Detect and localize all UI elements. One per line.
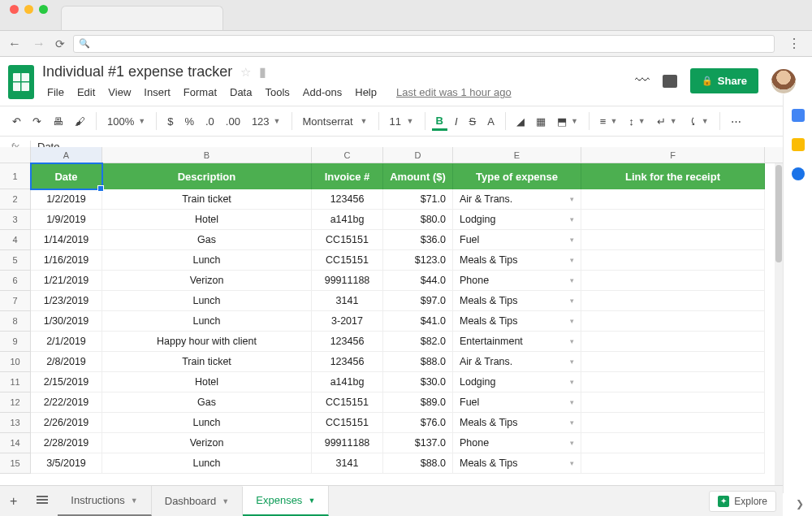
cell-description[interactable]: Gas: [102, 230, 312, 250]
cell-amount[interactable]: $44.0: [383, 271, 453, 291]
cell-amount[interactable]: $123.0: [383, 250, 453, 271]
browser-menu-icon[interactable]: ⋮: [783, 36, 806, 51]
cell-type[interactable]: Meals & Tips: [453, 311, 581, 332]
cell-description[interactable]: Hotel: [102, 210, 312, 230]
cell-description[interactable]: Train ticket: [102, 189, 312, 210]
cell-date[interactable]: 2/26/2019: [31, 413, 102, 433]
cell-description[interactable]: Verizon: [102, 271, 312, 291]
cell-description[interactable]: Lunch: [102, 453, 312, 474]
cell-receipt[interactable]: [581, 413, 765, 433]
select-all-corner[interactable]: [0, 147, 31, 163]
cell-invoice[interactable]: 99911188: [312, 433, 383, 453]
cell-amount[interactable]: $76.0: [383, 413, 453, 433]
reload-icon[interactable]: ⟳: [55, 37, 65, 50]
cell-type[interactable]: Lodging: [453, 372, 581, 392]
cell-date[interactable]: 2/15/2019: [31, 372, 102, 392]
column-header[interactable]: B: [102, 147, 312, 163]
cell-amount[interactable]: $80.0: [383, 210, 453, 230]
cell-description[interactable]: Train ticket: [102, 352, 312, 372]
font-size-dropdown[interactable]: 11▼: [386, 112, 418, 131]
increase-decimal-icon[interactable]: .00: [222, 112, 244, 131]
back-icon[interactable]: ←: [6, 37, 23, 51]
scrollbar-thumb[interactable]: [775, 165, 782, 262]
row-header[interactable]: 11: [0, 372, 31, 392]
cell-receipt[interactable]: [581, 453, 765, 474]
bold-button[interactable]: B: [432, 111, 447, 131]
share-button[interactable]: 🔒 Share: [690, 68, 758, 93]
cell-invoice[interactable]: 3141: [312, 453, 383, 474]
cell-invoice[interactable]: 123456: [312, 189, 383, 210]
cell-date[interactable]: 1/9/2019: [31, 210, 102, 230]
cell-description[interactable]: Lunch: [102, 291, 312, 311]
row-header[interactable]: 5: [0, 250, 31, 271]
cell-date[interactable]: 1/16/2019: [31, 250, 102, 271]
cell-type[interactable]: Meals & Tips: [453, 453, 581, 474]
cell-type[interactable]: Air & Trans.: [453, 352, 581, 372]
menu-edit[interactable]: Edit: [72, 84, 100, 101]
folder-icon[interactable]: ▮: [259, 64, 266, 80]
zoom-dropdown[interactable]: 100%▼: [103, 112, 149, 131]
explore-button[interactable]: ✦ Explore: [709, 491, 776, 512]
cell-invoice[interactable]: 123456: [312, 352, 383, 372]
cell-date[interactable]: 1/30/2019: [31, 311, 102, 332]
cell-description[interactable]: Lunch: [102, 311, 312, 332]
cell-type[interactable]: Meals & Tips: [453, 250, 581, 271]
menu-view[interactable]: View: [103, 84, 136, 101]
tasks-icon[interactable]: [792, 167, 805, 180]
row-header[interactable]: 9: [0, 332, 31, 352]
header-cell-date[interactable]: Date: [31, 163, 102, 189]
cell-type[interactable]: Fuel: [453, 230, 581, 250]
cell-type[interactable]: Meals & Tips: [453, 291, 581, 311]
column-header[interactable]: D: [383, 147, 453, 163]
cell-type[interactable]: Entertainment: [453, 332, 581, 352]
cell-invoice[interactable]: 3141: [312, 291, 383, 311]
cell-amount[interactable]: $89.0: [383, 392, 453, 413]
cell-description[interactable]: Lunch: [102, 413, 312, 433]
cell-date[interactable]: 2/22/2019: [31, 392, 102, 413]
url-input[interactable]: 🔍: [73, 35, 775, 53]
cell-invoice[interactable]: CC15151: [312, 230, 383, 250]
cell-receipt[interactable]: [581, 332, 765, 352]
cell-receipt[interactable]: [581, 189, 765, 210]
menu-format[interactable]: Format: [179, 84, 222, 101]
currency-icon[interactable]: $: [163, 112, 177, 131]
add-sheet-icon[interactable]: +: [0, 494, 27, 509]
cell-date[interactable]: 1/2/2019: [31, 189, 102, 210]
minimize-window-icon[interactable]: [24, 5, 33, 14]
row-header[interactable]: 10: [0, 352, 31, 372]
row-header[interactable]: 14: [0, 433, 31, 453]
menu-file[interactable]: File: [42, 84, 69, 101]
row-header[interactable]: 2: [0, 189, 31, 210]
row-header[interactable]: 4: [0, 230, 31, 250]
header-cell-invoice[interactable]: Invoice #: [312, 163, 383, 189]
cell-description[interactable]: Verizon: [102, 433, 312, 453]
expand-side-panel-icon[interactable]: ❯: [796, 498, 804, 509]
cell-receipt[interactable]: [581, 291, 765, 311]
cell-receipt[interactable]: [581, 271, 765, 291]
vertical-scrollbar[interactable]: [775, 163, 783, 485]
row-header[interactable]: 6: [0, 271, 31, 291]
cell-invoice[interactable]: 123456: [312, 332, 383, 352]
row-header[interactable]: 7: [0, 291, 31, 311]
cell-type[interactable]: Phone: [453, 271, 581, 291]
sheet-tab-dashboard[interactable]: Dashboard▼: [152, 487, 244, 515]
cell-amount[interactable]: $30.0: [383, 372, 453, 392]
cell-receipt[interactable]: [581, 210, 765, 230]
column-header[interactable]: A: [31, 147, 102, 163]
maximize-window-icon[interactable]: [39, 5, 48, 14]
avatar[interactable]: [771, 69, 796, 93]
document-title[interactable]: Individual #1 expense tracker: [42, 63, 232, 80]
menu-addons[interactable]: Add-ons: [298, 84, 347, 101]
header-cell-receipt[interactable]: Link for the receipt: [581, 163, 765, 189]
cell-receipt[interactable]: [581, 392, 765, 413]
cell-amount[interactable]: $137.0: [383, 433, 453, 453]
cell-invoice[interactable]: a141bg: [312, 210, 383, 230]
cell-description[interactable]: Lunch: [102, 250, 312, 271]
activity-icon[interactable]: 〰︎: [635, 72, 650, 89]
paint-format-icon[interactable]: 🖌: [71, 112, 89, 131]
sheet-tab-instructions[interactable]: Instructions▼: [58, 486, 151, 516]
text-color-button[interactable]: A: [483, 112, 499, 131]
header-cell-description[interactable]: Description: [102, 163, 312, 189]
row-header[interactable]: 13: [0, 413, 31, 433]
print-icon[interactable]: 🖶: [49, 112, 67, 131]
